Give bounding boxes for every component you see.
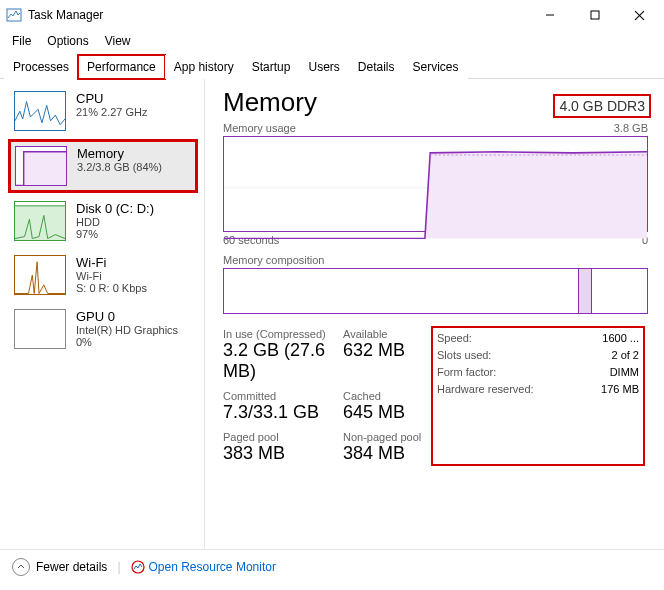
tab-startup[interactable]: Startup (243, 55, 300, 79)
memory-stats: In use (Compressed) 3.2 GB (27.6 MB) Ava… (223, 328, 648, 464)
cached-label: Cached (343, 390, 433, 402)
disk-sub2: 97% (76, 228, 154, 240)
disk-thumb (14, 201, 66, 241)
available-value: 632 MB (343, 340, 433, 361)
memory-composition-graph (223, 268, 648, 314)
tab-app-history[interactable]: App history (165, 55, 243, 79)
usage-graph-label: Memory usage (223, 122, 296, 134)
memory-title: Memory (77, 146, 162, 161)
open-resource-monitor-label: Open Resource Monitor (149, 560, 276, 574)
paged-value: 383 MB (223, 443, 343, 464)
speed-value: 1600 ... (602, 330, 639, 347)
svg-marker-8 (425, 152, 647, 239)
memory-spec-table: Speed:1600 ... Slots used:2 of 2 Form fa… (433, 328, 643, 464)
tab-services[interactable]: Services (404, 55, 468, 79)
memory-usage-graph (223, 136, 648, 232)
gpu-title: GPU 0 (76, 309, 178, 324)
menu-file[interactable]: File (4, 32, 39, 50)
divider: | (117, 560, 120, 574)
gpu-thumb (14, 309, 66, 349)
maximize-button[interactable] (572, 0, 617, 30)
menu-view[interactable]: View (97, 32, 139, 50)
menu-options[interactable]: Options (39, 32, 96, 50)
titlebar: Task Manager (0, 0, 664, 30)
chevron-up-icon (12, 558, 30, 576)
composition-label: Memory composition (223, 254, 648, 266)
memory-capacity: 4.0 GB DDR3 (556, 97, 648, 115)
wifi-sub1: Wi-Fi (76, 270, 147, 282)
sidebar-item-cpu[interactable]: CPU 21% 2.27 GHz (10, 87, 196, 135)
in-use-label: In use (Compressed) (223, 328, 343, 340)
memory-sub: 3.2/3.8 GB (84%) (77, 161, 162, 173)
cached-value: 645 MB (343, 402, 433, 423)
disk-title: Disk 0 (C: D:) (76, 201, 154, 216)
tab-strip: Processes Performance App history Startu… (0, 54, 664, 79)
comp-standby (579, 269, 592, 313)
memory-thumb (15, 146, 67, 186)
disk-sub1: HDD (76, 216, 154, 228)
performance-sidebar: CPU 21% 2.27 GHz Memory 3.2/3.8 GB (84%) (0, 79, 205, 549)
committed-value: 7.3/33.1 GB (223, 402, 343, 423)
comp-free (592, 269, 647, 313)
tab-details[interactable]: Details (349, 55, 404, 79)
resource-monitor-icon (131, 560, 145, 574)
detail-pane: Memory 4.0 GB DDR3 Memory usage 3.8 GB 6… (205, 79, 664, 549)
form-factor-label: Form factor: (437, 364, 496, 381)
tab-performance[interactable]: Performance (78, 55, 165, 79)
minimize-button[interactable] (527, 0, 572, 30)
available-label: Available (343, 328, 433, 340)
nonpaged-value: 384 MB (343, 443, 433, 464)
svg-rect-2 (591, 11, 599, 19)
open-resource-monitor-link[interactable]: Open Resource Monitor (131, 560, 276, 574)
hw-reserved-value: 176 MB (601, 381, 639, 398)
tab-processes[interactable]: Processes (4, 55, 78, 79)
speed-label: Speed: (437, 330, 472, 347)
bottom-bar: Fewer details | Open Resource Monitor (0, 549, 664, 584)
form-factor-value: DIMM (610, 364, 639, 381)
comp-in-use (224, 269, 579, 313)
detail-title: Memory (223, 87, 317, 118)
gpu-sub1: Intel(R) HD Graphics (76, 324, 178, 336)
gpu-sub2: 0% (76, 336, 178, 348)
committed-label: Committed (223, 390, 343, 402)
cpu-title: CPU (76, 91, 148, 106)
cpu-sub: 21% 2.27 GHz (76, 106, 148, 118)
sidebar-item-gpu[interactable]: GPU 0 Intel(R) HD Graphics 0% (10, 305, 196, 353)
usage-graph-max: 3.8 GB (614, 122, 648, 134)
hw-reserved-label: Hardware reserved: (437, 381, 534, 398)
main-split: CPU 21% 2.27 GHz Memory 3.2/3.8 GB (84%) (0, 79, 664, 549)
fewer-details-button[interactable]: Fewer details (12, 558, 107, 576)
fewer-details-label: Fewer details (36, 560, 107, 574)
menubar: File Options View (0, 30, 664, 52)
sidebar-item-wifi[interactable]: Wi-Fi Wi-Fi S: 0 R: 0 Kbps (10, 251, 196, 299)
slots-label: Slots used: (437, 347, 491, 364)
window-title: Task Manager (28, 8, 103, 22)
in-use-value: 3.2 GB (27.6 MB) (223, 340, 343, 382)
wifi-sub2: S: 0 R: 0 Kbps (76, 282, 147, 294)
cpu-thumb (14, 91, 66, 131)
sidebar-item-disk[interactable]: Disk 0 (C: D:) HDD 97% (10, 197, 196, 245)
tab-users[interactable]: Users (299, 55, 348, 79)
slots-value: 2 of 2 (611, 347, 639, 364)
wifi-thumb (14, 255, 66, 295)
sidebar-item-memory[interactable]: Memory 3.2/3.8 GB (84%) (10, 141, 196, 191)
close-button[interactable] (617, 0, 662, 30)
paged-label: Paged pool (223, 431, 343, 443)
wifi-title: Wi-Fi (76, 255, 147, 270)
task-manager-icon (6, 7, 22, 23)
nonpaged-label: Non-paged pool (343, 431, 433, 443)
